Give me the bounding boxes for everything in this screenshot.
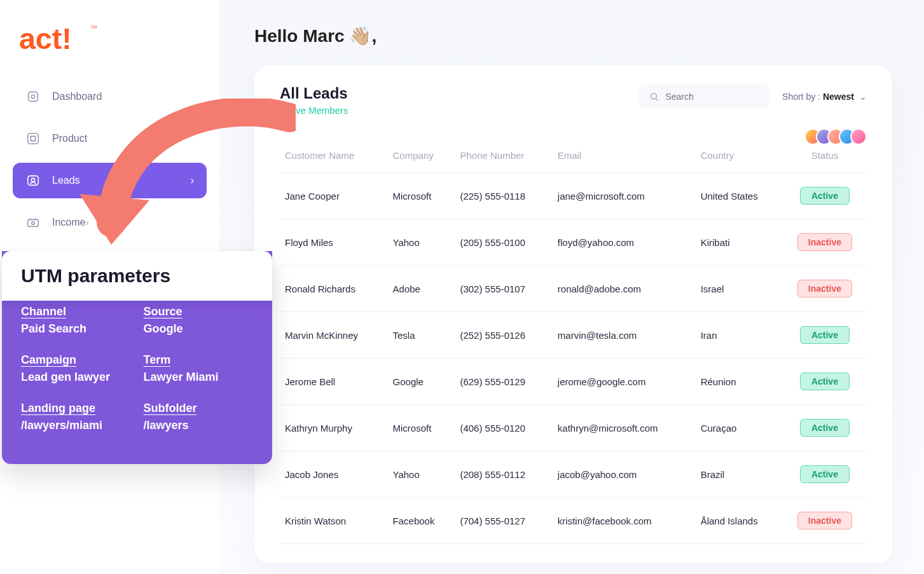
utm-value: Google [144,322,183,335]
logo: act! TM [19,19,207,60]
cell-name: Jane Cooper [280,173,388,219]
table-row[interactable]: Kristin WatsonFacebook(704) 555-0127kris… [280,498,867,544]
svg-rect-4 [28,133,39,144]
cell-country: Réunion [696,359,783,405]
cell-email: kristin@facebook.com [553,498,696,544]
cell-phone: (225) 555-0118 [455,173,552,219]
cell-name: Kathryn Murphy [280,405,388,451]
svg-point-8 [32,222,35,225]
cell-name: Ronald Richards [280,266,388,312]
sidebar-item-label: Income [52,217,85,228]
svg-line-10 [656,99,658,100]
chevron-right-icon: › [85,217,88,228]
status-badge: Active [800,465,850,483]
table-row[interactable]: Jerome BellGoogle(629) 555-0129jerome@go… [280,359,867,405]
svg-rect-2 [29,92,38,102]
cell-name: Floyd Miles [280,219,388,266]
table-row[interactable]: Jacob JonesYahoo(208) 555-0112jacob@yaho… [280,451,867,498]
sidebar-item-product[interactable]: Product [13,121,207,156]
cell-status: Active [783,312,867,359]
utm-item: Subfolder/lawyers [144,402,254,432]
utm-value: /lawyers [144,419,189,432]
cell-company: Tesla [388,312,455,359]
cell-company: Microsoft [388,173,455,219]
status-badge: Active [800,187,850,205]
cell-phone: (406) 555-0120 [455,405,552,451]
search-box[interactable] [639,85,769,109]
sort-label: Short by : [782,92,820,102]
utm-label: Campaign [21,353,131,367]
cell-name: Jacob Jones [280,451,388,498]
leads-icon [25,173,41,188]
table-row[interactable]: Ronald RichardsAdobe(302) 555-0107ronald… [280,266,867,312]
svg-text:act!: act! [19,22,72,55]
sidebar-item-label: Dashboard [52,91,102,102]
utm-label: Landing page [21,402,131,415]
status-badge: Active [800,372,850,390]
cell-email: jane@microsoft.com [553,173,696,219]
cell-email: floyd@yahoo.com [553,219,696,266]
svg-point-6 [31,178,35,182]
utm-label: Channel [21,305,131,318]
cell-email: marvin@tesla.com [553,312,696,359]
product-icon [25,131,41,146]
cell-name: Marvin McKinney [280,312,388,359]
svg-rect-5 [28,176,39,186]
cell-country: Curaçao [696,405,783,451]
cell-company: Google [388,359,455,405]
dashboard-icon [25,89,41,104]
cell-company: Adobe [388,266,455,312]
status-badge: Inactive [797,512,852,530]
search-icon [649,91,659,102]
svg-point-3 [31,95,35,99]
cell-email: kathryn@microsoft.com [553,405,696,451]
column-header: Status [783,141,867,173]
utm-heading-card: UTM parameters [2,251,272,301]
sidebar-item-dashboard[interactable]: Dashboard [13,79,207,114]
leads-card: All Leads Active Members Short by : Newe… [254,65,892,563]
utm-value: /lawyers/miami [21,419,102,432]
cell-company: Yahoo [388,219,455,266]
table-row[interactable]: Marvin McKinneyTesla(252) 555-0126marvin… [280,312,867,359]
cell-country: Kiribati [696,219,783,266]
cell-email: jacob@yahoo.com [553,451,696,498]
main: Hello Marc 👋🏼, All Leads Active Members … [219,0,924,574]
svg-point-9 [651,93,657,99]
table-row[interactable]: Kathryn MurphyMicrosoft(406) 555-0120kat… [280,405,867,451]
utm-label: Subfolder [144,402,254,415]
utm-item: CampaignLead gen lawyer [21,353,131,384]
column-header: Email [553,141,696,173]
svg-rect-7 [28,219,39,226]
status-badge: Inactive [797,280,852,297]
cell-phone: (704) 555-0127 [455,498,552,544]
status-badge: Active [800,326,850,344]
svg-text:TM: TM [91,25,97,29]
cell-country: Israel [696,266,783,312]
utm-label: Term [144,353,254,367]
utm-item: SourceGoogle [144,305,254,336]
leads-subtitle: Active Members [280,105,348,116]
cell-status: Active [783,451,867,498]
utm-value: Lawyer Miami [144,371,219,383]
cell-company: Yahoo [388,451,455,498]
sidebar-item-leads[interactable]: Leads› [13,163,207,198]
cell-company: Facebook [388,498,455,544]
cell-name: Kristin Watson [280,498,388,544]
cell-phone: (208) 555-0112 [455,451,552,498]
cell-status: Active [783,173,867,219]
sort-value: Newest [823,92,854,102]
cell-phone: (252) 555-0126 [455,312,552,359]
sidebar-item-income[interactable]: Income› [13,205,207,240]
chevron-right-icon: › [191,175,194,186]
leads-title: All Leads [280,85,348,102]
logo-svg: act! TM [19,19,114,57]
search-input[interactable] [665,92,759,102]
table-row[interactable]: Floyd MilesYahoo(205) 555-0100floyd@yaho… [280,219,867,266]
sidebar-item-label: Leads [52,175,80,186]
income-icon [25,215,41,230]
table-row[interactable]: Jane CooperMicrosoft(225) 555-0118jane@m… [280,173,867,219]
cell-status: Active [783,405,867,451]
sort-dropdown[interactable]: Short by : Newest ⌄ [782,92,867,102]
cell-phone: (629) 555-0129 [455,359,552,405]
avatar [850,128,867,145]
